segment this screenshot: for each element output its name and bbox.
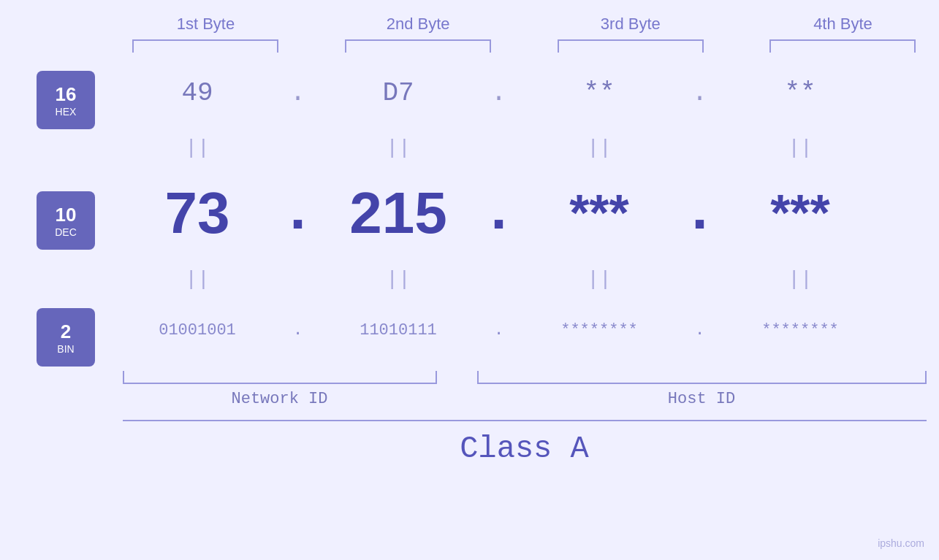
host-id-bracket [477, 371, 927, 384]
hex-b4: ** [784, 78, 816, 108]
hex-b2: D7 [382, 78, 414, 108]
byte-label-1: 1st Byte [125, 15, 286, 34]
watermark: ipshu.com [878, 537, 924, 549]
hex-b3: ** [583, 78, 615, 108]
dec-value-row: 73 . 215 . *** . *** [117, 169, 939, 257]
top-bracket-4 [762, 39, 923, 53]
network-id-label: Network ID [231, 390, 327, 408]
separator-row-2: || || || || [117, 257, 939, 301]
dec-b2: 215 [349, 180, 446, 245]
hex-badge: 16 HEX [15, 67, 117, 133]
byte-label-3: 3rd Byte [550, 15, 711, 34]
dec-b4: *** [770, 185, 830, 242]
host-id-label: Host ID [668, 390, 735, 408]
class-bracket [123, 420, 927, 421]
hex-dot-1: . [290, 78, 306, 108]
hex-value-row: 49 . D7 . ** . ** [117, 60, 939, 126]
dec-b1: 73 [165, 180, 230, 245]
page-container: 1st Byte 2nd Byte 3rd Byte 4th Byte [0, 0, 939, 560]
bin-value-row: 01001001 . 11010111 . ******** . [117, 301, 939, 359]
dec-b3: *** [569, 185, 629, 242]
dec-dot-3: . [682, 180, 717, 246]
bin-b4: ******** [761, 321, 839, 340]
hex-b1: 49 [181, 78, 213, 108]
top-bracket-1 [125, 39, 286, 53]
bin-b2: 11010111 [360, 321, 437, 340]
network-id-bracket [123, 371, 437, 384]
bin-b1: 01001001 [159, 321, 236, 340]
bin-badge: 2 BIN [15, 308, 117, 367]
byte-label-2: 2nd Byte [338, 15, 498, 34]
byte-label-4: 4th Byte [762, 15, 923, 34]
hex-dot-2: . [491, 78, 507, 108]
top-bracket-3 [550, 39, 711, 53]
dec-dot-2: . [481, 180, 516, 246]
bin-dot-1: . [293, 321, 303, 340]
separator-row-1: || || || || [117, 126, 939, 169]
top-bracket-2 [338, 39, 498, 53]
bin-b3: ******** [560, 321, 638, 340]
class-label: Class A [460, 431, 588, 467]
bin-dot-3: . [695, 321, 704, 340]
hex-dot-3: . [692, 78, 708, 108]
dec-badge: 10 DEC [15, 177, 117, 264]
bin-dot-2: . [494, 321, 503, 340]
dec-dot-1: . [280, 180, 315, 246]
